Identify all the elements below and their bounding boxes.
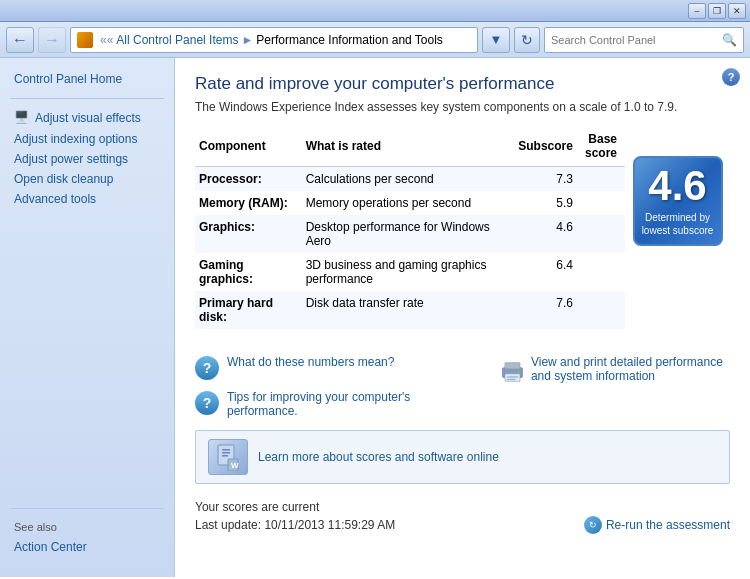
main-layout: Control Panel Home 🖥️ Adjust visual effe… — [0, 58, 750, 577]
row-gaming-score: 6.4 — [514, 253, 581, 291]
breadcrumb-current: Performance Information and Tools — [256, 33, 443, 47]
row-gaming-rated: 3D business and gaming graphics performa… — [302, 253, 515, 291]
svg-rect-1 — [505, 363, 520, 369]
minimize-button[interactable]: – — [688, 3, 706, 19]
sidebar-divider-bottom — [10, 508, 164, 509]
forward-button[interactable]: → — [38, 27, 66, 53]
search-icon[interactable]: 🔍 — [722, 33, 737, 47]
col-what-rated: What is rated — [302, 128, 515, 167]
row-harddisk-score: 7.6 — [514, 291, 581, 329]
rerun-icon: ↻ — [584, 516, 602, 534]
back-button[interactable]: ← — [6, 27, 34, 53]
sidebar-divider — [10, 98, 164, 99]
table-row: Memory (RAM): Memory operations per seco… — [195, 191, 625, 215]
row-processor-base — [581, 167, 625, 192]
sidebar-item-action-center[interactable]: Action Center — [0, 537, 174, 557]
status-line1: Your scores are current — [195, 498, 395, 516]
right-help-text: View and print detailed performance and … — [531, 355, 730, 383]
row-harddisk-name: Primary hard disk: — [195, 291, 302, 329]
table-row: Primary hard disk: Disk data transfer ra… — [195, 291, 625, 329]
page-subtitle: The Windows Experience Index assesses ke… — [195, 100, 730, 114]
help-button[interactable]: ? — [722, 68, 740, 86]
score-area: 4.6 Determined by lowest subscore — [625, 128, 730, 343]
row-processor-rated: Calculations per second — [302, 167, 515, 192]
rerun-label: Re-run the assessment — [606, 518, 730, 532]
sidebar-item-indexing[interactable]: Adjust indexing options — [0, 129, 174, 149]
col-subscore: Subscore — [514, 128, 581, 167]
help-circle-1: ? — [195, 356, 219, 380]
content-area: ? Rate and improve your computer's perfo… — [175, 58, 750, 577]
svg-rect-4 — [507, 379, 516, 380]
sidebar-item-disk-cleanup[interactable]: Open disk cleanup — [0, 169, 174, 189]
page-title: Rate and improve your computer's perform… — [195, 74, 730, 94]
address-bar: ← → «« All Control Panel Items ► Perform… — [0, 22, 750, 58]
col-component: Component — [195, 128, 302, 167]
row-gaming-name: Gaming graphics: — [195, 253, 302, 291]
visual-effects-icon: 🖥️ — [14, 110, 30, 126]
row-gaming-base — [581, 253, 625, 291]
search-input[interactable] — [551, 34, 722, 46]
sidebar-item-visual-effects-label: Adjust visual effects — [35, 111, 141, 125]
row-graphics-base — [581, 215, 625, 253]
row-memory-base — [581, 191, 625, 215]
performance-table: Component What is rated Subscore Base sc… — [195, 128, 625, 329]
svg-rect-3 — [507, 376, 518, 377]
row-processor-score: 7.3 — [514, 167, 581, 192]
learn-box: W Learn more about scores and software o… — [195, 430, 730, 484]
table-row: Processor: Calculations per second 7.3 — [195, 167, 625, 192]
view-print-performance-link[interactable]: View and print detailed performance and … — [531, 355, 723, 383]
restore-button[interactable]: ❐ — [708, 3, 726, 19]
document-icon: W — [214, 443, 242, 471]
see-also-label: See also — [0, 517, 174, 537]
table-row: Graphics: Desktop performance for Window… — [195, 215, 625, 253]
printer-icon — [500, 355, 525, 389]
row-harddisk-rated: Disk data transfer rate — [302, 291, 515, 329]
row-memory-rated: Memory operations per second — [302, 191, 515, 215]
improving-performance-link[interactable]: Tips for improving your computer's perfo… — [227, 390, 410, 418]
rerun-assessment-link[interactable]: ↻ Re-run the assessment — [584, 516, 730, 534]
title-bar: – ❐ ✕ — [0, 0, 750, 22]
help-item-1: ? What do these numbers mean? — [195, 355, 455, 380]
learn-icon: W — [208, 439, 248, 475]
status-text: Your scores are current Last update: 10/… — [195, 498, 395, 534]
what-numbers-mean-link[interactable]: What do these numbers mean? — [227, 355, 394, 369]
status-line2: Last update: 10/11/2013 11:59:29 AM — [195, 516, 395, 534]
sidebar-bottom: See also Action Center — [0, 500, 174, 567]
svg-rect-9 — [222, 455, 228, 457]
refresh-button[interactable]: ↻ — [514, 27, 540, 53]
sidebar-item-visual-effects[interactable]: 🖥️ Adjust visual effects — [0, 107, 174, 129]
status-bar: Your scores are current Last update: 10/… — [195, 498, 730, 534]
col-base-score: Base score — [581, 128, 625, 167]
breadcrumb-bar: «« All Control Panel Items ► Performance… — [70, 27, 478, 53]
learn-more-link[interactable]: Learn more about scores and software onl… — [258, 450, 499, 464]
sidebar-home-link[interactable]: Control Panel Home — [0, 68, 174, 90]
help-text-2: Tips for improving your computer's perfo… — [227, 390, 455, 418]
row-graphics-score: 4.6 — [514, 215, 581, 253]
row-memory-name: Memory (RAM): — [195, 191, 302, 215]
breadcrumb-sep1: «« — [100, 33, 113, 47]
dropdown-button[interactable]: ▼ — [482, 27, 510, 53]
breadcrumb-home[interactable]: All Control Panel Items — [116, 33, 238, 47]
base-score-label: Determined by lowest subscore — [635, 211, 721, 237]
help-text-1: What do these numbers mean? — [227, 355, 394, 369]
search-bar: 🔍 — [544, 27, 744, 53]
performance-table-container: Component What is rated Subscore Base sc… — [195, 128, 625, 343]
base-score-number: 4.6 — [648, 165, 706, 207]
row-graphics-rated: Desktop performance for Windows Aero — [302, 215, 515, 253]
title-bar-buttons: – ❐ ✕ — [688, 3, 746, 19]
sidebar-item-advanced-tools[interactable]: Advanced tools — [0, 189, 174, 209]
svg-point-5 — [517, 371, 519, 373]
breadcrumb-sep2: ► — [241, 33, 253, 47]
help-item-2: ? Tips for improving your computer's per… — [195, 390, 455, 418]
sidebar-item-power[interactable]: Adjust power settings — [0, 149, 174, 169]
svg-rect-7 — [222, 449, 230, 451]
svg-text:W: W — [231, 461, 239, 470]
close-button[interactable]: ✕ — [728, 3, 746, 19]
row-memory-score: 5.9 — [514, 191, 581, 215]
base-score-box: 4.6 Determined by lowest subscore — [633, 156, 723, 246]
help-links-row: ? What do these numbers mean? ? Tips for… — [195, 355, 730, 418]
help-circle-2: ? — [195, 391, 219, 415]
row-graphics-name: Graphics: — [195, 215, 302, 253]
svg-rect-8 — [222, 452, 230, 454]
help-links-left: ? What do these numbers mean? ? Tips for… — [195, 355, 500, 418]
